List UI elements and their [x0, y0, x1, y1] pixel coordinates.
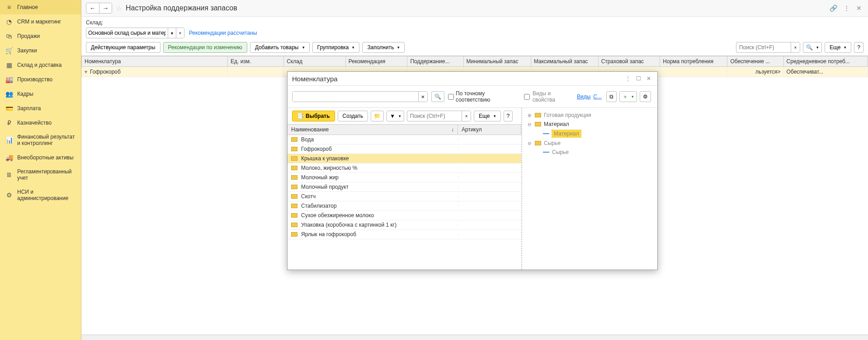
modal-help-button[interactable]: ? [504, 111, 513, 121]
factory-icon: 🏭 [5, 76, 13, 83]
tree-row-finished[interactable]: ⊕Готовая продукция [524, 111, 656, 120]
sidebar-item-assets[interactable]: 🚚Внеоборотные активы [0, 150, 81, 165]
modal-search-wide[interactable]: × [292, 91, 428, 102]
modal-list-search[interactable]: × [407, 111, 471, 121]
col-recommendation[interactable]: Рекомендация [345, 56, 407, 67]
link-icon[interactable]: 🔗 [828, 4, 839, 13]
list-item[interactable]: Молоко, жирностью % [288, 163, 521, 173]
create-group-button[interactable]: 📁 [371, 111, 384, 121]
col-provision[interactable]: Обеспечение ... [727, 56, 783, 67]
list-item[interactable]: Вода [288, 135, 521, 144]
add-goods-button[interactable]: Добавить товары [250, 42, 310, 53]
sidebar-item-production[interactable]: 🏭Производство [0, 72, 81, 87]
sidebar-item-warehouse[interactable]: ▦Склад и доставка [0, 58, 81, 72]
star-icon[interactable]: ☆ [116, 4, 122, 13]
types-link[interactable]: Виды [577, 93, 590, 100]
tree-row-material-leaf[interactable]: Материал [524, 129, 656, 139]
types-checkbox[interactable] [524, 94, 530, 100]
sidebar-item-purchases[interactable]: 🛒Закупки [0, 43, 81, 58]
list-item[interactable]: Сухое обезжиренное молоко [288, 211, 521, 220]
collapse-icon[interactable]: ⊖ [527, 122, 532, 127]
collapse-icon[interactable]: ⊖ [527, 141, 532, 146]
back-button[interactable]: ← [86, 3, 99, 13]
col-consumption-norm[interactable]: Норма потребления [660, 56, 727, 67]
col-min-stock[interactable]: Минимальный запас [463, 56, 531, 67]
create-button[interactable]: Создать [338, 111, 368, 121]
filter-button[interactable]: ▼ [387, 111, 404, 121]
settings-icon[interactable]: ⚙ [640, 91, 651, 102]
exact-match-input[interactable] [448, 94, 454, 100]
modal-more-button[interactable]: Еще [474, 111, 500, 121]
expand-icon[interactable]: ▾ [85, 69, 87, 75]
active-params-button[interactable]: Действующие параметры [86, 42, 160, 53]
exact-match-checkbox[interactable]: По точному соответствию [448, 90, 520, 103]
sidebar-item-main[interactable]: ≡Главное [0, 0, 81, 14]
modal-list[interactable]: ВодаГофрокоробКрышка к упаковкеМолоко, ж… [288, 135, 521, 270]
list-item[interactable]: Молочный жир [288, 173, 521, 182]
types-c-link[interactable]: С... [593, 93, 602, 100]
recommendations-link[interactable]: Рекомендации рассчитаны [189, 30, 257, 36]
search-box[interactable]: × [736, 42, 800, 53]
list-item[interactable]: Скотч [288, 192, 521, 201]
close-icon[interactable]: ✕ [854, 4, 863, 13]
sidebar-item-salary[interactable]: 💳Зарплата [0, 101, 81, 116]
warehouse-select[interactable]: ▾ × [86, 28, 184, 38]
list-item[interactable]: Молочный продукт [288, 182, 521, 192]
sidebar-item-finresult[interactable]: 📊Финансовый результат и контроллинг [0, 130, 81, 150]
modal-more-icon[interactable]: ⋮ [623, 75, 632, 83]
sidebar-item-hr[interactable]: 👥Кадры [0, 87, 81, 101]
add-icon[interactable]: ＋ [619, 91, 637, 102]
horizontal-scrollbar[interactable] [81, 335, 868, 340]
modal-search-wide-clear[interactable]: × [418, 92, 427, 102]
modal-search-go-button[interactable]: 🔍 [431, 91, 444, 102]
more-menu-icon[interactable]: ⋮ [842, 4, 852, 13]
warehouse-input[interactable] [86, 30, 168, 36]
forward-button[interactable]: → [99, 3, 112, 13]
list-item-label: Молочный жир [301, 174, 339, 181]
select-button[interactable]: 📑Выбрать [292, 111, 335, 121]
copy-icon[interactable]: ⧉ [606, 91, 617, 102]
col-nomenclature[interactable]: Номенклатура [82, 56, 228, 67]
search-input[interactable] [736, 44, 791, 51]
tree-row-raw-leaf[interactable]: Сырье [524, 148, 656, 157]
modal-close-icon[interactable]: ✕ [645, 75, 653, 83]
col-avg-daily[interactable]: Среднедневное потреб... [783, 56, 868, 67]
tree[interactable]: ⊕Готовая продукция ⊖Материал Материал ⊖С… [522, 108, 657, 270]
sidebar-item-reglament[interactable]: 🗎Регламентированный учет [0, 165, 81, 185]
modal-search-wide-input[interactable] [292, 92, 418, 102]
list-item[interactable]: Гофрокороб [288, 144, 521, 154]
modal-maximize-icon[interactable]: ☐ [634, 75, 643, 83]
more-button[interactable]: Еще [825, 42, 851, 53]
fill-button[interactable]: Заполнить [362, 42, 405, 53]
col-maintenance[interactable]: Поддержание... [407, 56, 463, 67]
warehouse-clear-button[interactable]: × [176, 28, 184, 38]
warehouse-dropdown-button[interactable]: ▾ [168, 28, 176, 38]
nav-buttons: ← → [86, 3, 112, 14]
col-art-header[interactable]: Артикул [458, 125, 521, 135]
sidebar-item-crm[interactable]: ◔CRM и маркетинг [0, 14, 81, 29]
modal-list-search-clear[interactable]: × [462, 111, 471, 121]
boxes-icon: ▦ [5, 61, 13, 69]
help-button[interactable]: ? [854, 42, 863, 53]
list-item[interactable]: Стабилизатор [288, 201, 521, 211]
col-name-header[interactable]: Наименование↓ [288, 125, 458, 135]
search-button[interactable]: 🔍 [803, 42, 822, 53]
reco-changes-button[interactable]: Рекомендации по изменению [163, 42, 247, 53]
list-item[interactable]: Крышка к упаковке [288, 154, 521, 163]
grouping-button[interactable]: Группировка [312, 42, 360, 53]
list-item[interactable]: Упаковка (коробочка с картинкой 1 кг) [288, 220, 521, 230]
list-item[interactable]: Ярлык на гофрокороб [288, 230, 521, 239]
col-unit[interactable]: Ед. изм. [227, 56, 283, 67]
sidebar-item-nsi[interactable]: ⚙НСИ и администрирование [0, 185, 81, 205]
col-max-stock[interactable]: Максимальный запас [531, 56, 598, 67]
sidebar-item-treasury[interactable]: ₽Казначейство [0, 116, 81, 130]
col-safety-stock[interactable]: Страховой запас [598, 56, 660, 67]
sidebar-item-sales[interactable]: 🛍Продажи [0, 29, 81, 43]
col-warehouse[interactable]: Склад [284, 56, 346, 67]
expand-icon[interactable]: ⊕ [527, 113, 532, 118]
tree-row-raw[interactable]: ⊖Сырье [524, 139, 656, 148]
sidebar-item-label: Внеоборотные активы [17, 154, 74, 161]
tree-row-material[interactable]: ⊖Материал [524, 120, 656, 129]
modal-list-search-input[interactable] [407, 113, 462, 119]
search-clear-button[interactable]: × [791, 42, 800, 52]
